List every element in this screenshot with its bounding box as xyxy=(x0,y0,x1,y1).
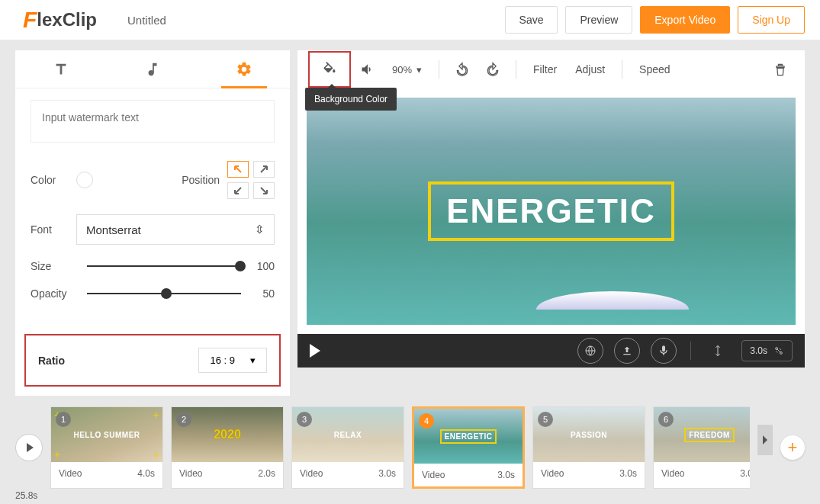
project-title[interactable]: Untitled xyxy=(127,14,166,27)
speed-button[interactable]: Speed xyxy=(632,63,677,75)
clip-title: RELAX xyxy=(334,431,362,439)
header-actions: Save Preview Export Video Sign Up xyxy=(505,6,805,34)
clip-type: Video xyxy=(179,468,202,479)
size-label: Size xyxy=(31,260,76,272)
text-overlay[interactable]: ENERGETIC xyxy=(428,181,674,241)
delete-button[interactable] xyxy=(767,56,794,83)
web-icon[interactable] xyxy=(577,338,603,364)
canvas[interactable]: ENERGETIC xyxy=(307,98,796,325)
position-bottom-right[interactable] xyxy=(253,182,275,199)
position-bottom-left[interactable] xyxy=(227,182,249,199)
clip-6[interactable]: 6FREEDOM Video3.0s xyxy=(653,406,750,489)
clip-duration: 4.0s xyxy=(137,468,155,479)
font-value: Montserrat xyxy=(86,223,141,236)
playbar: 3.0s xyxy=(297,334,805,368)
logo[interactable]: FlexClip xyxy=(23,7,97,33)
ratio-select[interactable]: 16 : 9▾ xyxy=(198,348,267,373)
adjust-button[interactable]: Adjust xyxy=(568,63,613,75)
duration-value: 3.0s xyxy=(750,345,767,356)
ratio-section: Ratio 16 : 9▾ xyxy=(24,334,281,387)
zoom-value: 90% xyxy=(392,64,412,75)
add-clip-button[interactable]: + xyxy=(780,435,805,460)
clip-type: Video xyxy=(661,468,684,479)
right-panel: Background Color 90%▾ Filter Adjust Spee… xyxy=(297,50,805,396)
opacity-value: 50 xyxy=(252,287,275,300)
settings-panel: Color Position Font Montserrat⇳ Size 100 xyxy=(15,88,290,311)
zoom-select[interactable]: 90%▾ xyxy=(392,64,422,75)
tab-bar xyxy=(15,50,290,88)
signup-button[interactable]: Sign Up xyxy=(738,6,805,34)
total-duration: 25.8s xyxy=(15,490,37,501)
tab-text[interactable] xyxy=(15,50,107,88)
clip-number: 6 xyxy=(658,412,674,427)
caret-down-icon: ▾ xyxy=(416,64,422,75)
background-color-button[interactable]: Background Color xyxy=(308,51,351,88)
divider xyxy=(622,60,622,79)
divider xyxy=(516,60,516,79)
clip-type: Video xyxy=(59,468,82,479)
clip-5[interactable]: 5PASSION Video3.0s xyxy=(532,406,645,489)
canvas-toolbar: Background Color 90%▾ Filter Adjust Spee… xyxy=(297,50,805,88)
export-button[interactable]: Export Video xyxy=(640,6,730,34)
clip-3[interactable]: 3RELAX Video3.0s xyxy=(291,406,404,489)
clip-title: PASSION xyxy=(571,431,607,439)
logo-text: lexClip xyxy=(37,9,97,30)
left-panel: Color Position Font Montserrat⇳ Size 100 xyxy=(15,50,290,396)
preview-button[interactable]: Preview xyxy=(565,6,632,34)
clip-type: Video xyxy=(541,468,564,479)
upload-icon[interactable] xyxy=(614,338,640,364)
clip-duration: 2.0s xyxy=(258,468,275,479)
caret-down-icon: ▾ xyxy=(250,355,256,366)
opacity-label: Opacity xyxy=(31,287,76,300)
clip-1[interactable]: 1HELLO SUMMER Video4.0s xyxy=(50,406,163,489)
play-button[interactable] xyxy=(310,344,320,358)
header: FlexClip Untitled Save Preview Export Vi… xyxy=(0,0,820,40)
clips-container: 1HELLO SUMMER Video4.0s 22020 Video2.0s … xyxy=(50,406,750,489)
canvas-text: ENERGETIC xyxy=(446,192,656,230)
position-top-left[interactable] xyxy=(227,161,249,178)
tab-settings[interactable] xyxy=(198,50,290,88)
clip-title: ENERGETIC xyxy=(440,429,497,444)
duration-button[interactable]: 3.0s xyxy=(741,340,793,361)
save-button[interactable]: Save xyxy=(505,6,558,34)
clip-number: 1 xyxy=(56,412,71,427)
split-icon[interactable] xyxy=(705,338,731,364)
clip-number: 4 xyxy=(419,413,434,429)
filter-button[interactable]: Filter xyxy=(526,63,564,75)
timeline: 25.8s 1HELLO SUMMER Video4.0s 22020 Vide… xyxy=(0,396,820,496)
clip-number: 5 xyxy=(538,412,553,427)
divider xyxy=(439,60,439,79)
color-swatch[interactable] xyxy=(76,172,93,188)
ratio-value: 16 : 9 xyxy=(210,355,235,366)
mic-icon[interactable] xyxy=(651,338,677,364)
clip-duration: 3.0s xyxy=(740,468,750,479)
clip-duration: 3.0s xyxy=(378,468,396,479)
size-value: 100 xyxy=(252,260,275,272)
clip-title: 2020 xyxy=(214,428,241,441)
clip-4[interactable]: 4ENERGETIC Video3.0s xyxy=(412,406,525,489)
redo-button[interactable] xyxy=(479,56,506,83)
position-top-right[interactable] xyxy=(253,161,275,178)
clip-duration: 3.0s xyxy=(619,468,637,479)
font-label: Font xyxy=(31,223,76,236)
ratio-label: Ratio xyxy=(38,355,65,367)
font-select[interactable]: Montserrat⇳ xyxy=(76,214,275,245)
clip-number: 2 xyxy=(176,412,191,427)
header-left: FlexClip Untitled xyxy=(23,7,166,33)
size-slider[interactable] xyxy=(87,265,241,267)
undo-button[interactable] xyxy=(449,56,476,83)
position-label: Position xyxy=(182,174,220,186)
clip-duration: 3.0s xyxy=(497,470,515,480)
volume-button[interactable] xyxy=(354,56,381,83)
clip-2[interactable]: 22020 Video2.0s xyxy=(171,406,284,489)
watermark-input[interactable] xyxy=(31,100,275,143)
color-label: Color xyxy=(31,174,76,186)
opacity-slider[interactable] xyxy=(87,293,241,294)
play-all-button[interactable] xyxy=(15,434,43,461)
clips-next-button[interactable] xyxy=(757,425,773,455)
tooltip: Background Color xyxy=(305,88,397,111)
tab-music[interactable] xyxy=(107,50,198,88)
position-grid xyxy=(227,161,275,199)
clip-title: FREEDOM xyxy=(684,428,735,442)
clip-type: Video xyxy=(422,470,445,480)
